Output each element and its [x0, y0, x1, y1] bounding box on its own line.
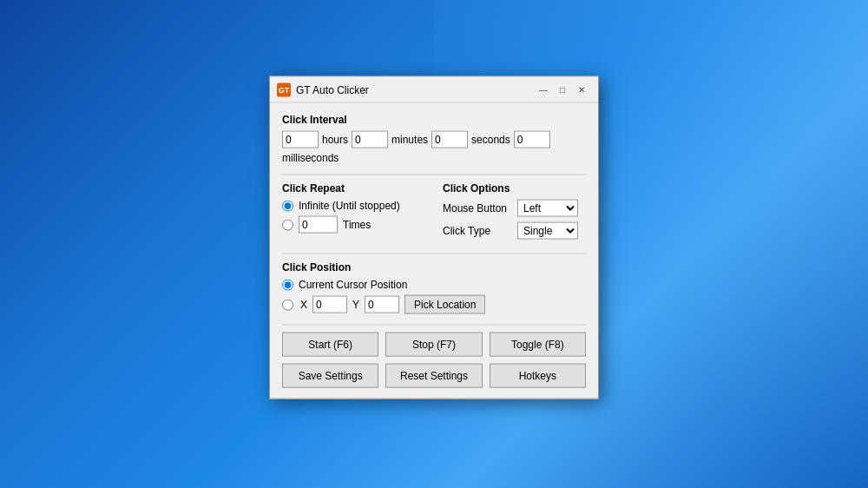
click-type-label: Click Type — [443, 225, 512, 237]
current-cursor-row: Current Cursor Position — [282, 279, 586, 291]
mouse-button-row: Mouse Button Left Middle Right — [443, 200, 586, 217]
window-title: GT Auto Clicker — [296, 83, 369, 96]
separator-1 — [282, 175, 586, 175]
pick-location-button[interactable]: Pick Location — [404, 295, 485, 314]
x-input[interactable] — [312, 296, 347, 313]
y-input[interactable] — [365, 296, 399, 313]
mouse-button-label: Mouse Button — [443, 202, 512, 214]
save-settings-button[interactable]: Save Settings — [282, 364, 378, 388]
infinite-radio[interactable] — [282, 200, 293, 211]
title-bar-left: GT GT Auto Clicker — [277, 82, 369, 96]
seconds-unit: seconds — [471, 134, 510, 146]
desktop: GT GT Auto Clicker — □ ✕ Click Interval … — [0, 0, 868, 488]
times-radio-row: Times — [282, 216, 425, 234]
interval-row: hours minutes seconds milliseconds — [282, 131, 586, 164]
click-position-section: Click Position Current Cursor Position X… — [282, 261, 586, 314]
stop-button[interactable]: Stop (F7) — [385, 333, 482, 357]
minimize-button[interactable]: — — [534, 82, 553, 97]
click-options-label: Click Options — [443, 182, 586, 195]
times-input[interactable] — [299, 216, 338, 234]
reset-settings-button[interactable]: Reset Settings — [385, 364, 482, 388]
milliseconds-input[interactable] — [514, 131, 550, 148]
y-label: Y — [352, 299, 359, 311]
title-bar: GT GT Auto Clicker — □ ✕ — [270, 77, 598, 103]
click-type-row: Click Type Single Double — [443, 222, 586, 240]
toggle-button[interactable]: Toggle (F8) — [490, 333, 586, 357]
settings-buttons: Save Settings Reset Settings Hotkeys — [282, 364, 586, 388]
separator-3 — [282, 325, 586, 326]
title-bar-controls: — □ ✕ — [534, 82, 591, 97]
close-button[interactable]: ✕ — [572, 82, 591, 97]
start-button[interactable]: Start (F6) — [282, 333, 378, 357]
click-repeat-label: Click Repeat — [282, 182, 425, 195]
current-cursor-radio[interactable] — [282, 279, 293, 290]
click-repeat-section: Click Repeat Infinite (Until stopped) Ti… — [282, 182, 425, 245]
hotkeys-button[interactable]: Hotkeys — [490, 364, 586, 388]
coords-radio[interactable] — [282, 299, 293, 310]
click-type-select[interactable]: Single Double — [517, 222, 578, 240]
times-radio[interactable] — [282, 219, 293, 230]
app-icon-text: GT — [279, 85, 290, 94]
infinite-radio-row: Infinite (Until stopped) — [282, 200, 425, 212]
action-buttons: Start (F6) Stop (F7) Toggle (F8) — [282, 333, 586, 357]
minutes-unit: minutes — [391, 134, 428, 146]
mouse-button-select[interactable]: Left Middle Right — [517, 200, 578, 217]
seconds-input[interactable] — [431, 131, 468, 148]
hours-input[interactable] — [282, 131, 319, 148]
hours-unit: hours — [322, 134, 348, 146]
separator-2 — [282, 254, 586, 254]
app-window: GT GT Auto Clicker — □ ✕ Click Interval … — [269, 76, 599, 399]
minutes-input[interactable] — [352, 131, 388, 148]
click-position-label: Click Position — [282, 261, 586, 274]
x-label: X — [300, 299, 307, 311]
current-cursor-label: Current Cursor Position — [299, 279, 407, 291]
coordinates-row: X Y Pick Location — [282, 295, 586, 314]
click-interval-section: Click Interval hours minutes seconds mil… — [282, 114, 586, 164]
milliseconds-unit: milliseconds — [282, 152, 339, 164]
two-col-section: Click Repeat Infinite (Until stopped) Ti… — [282, 182, 586, 245]
click-interval-label: Click Interval — [282, 114, 586, 126]
window-content: Click Interval hours minutes seconds mil… — [270, 103, 598, 399]
times-label: Times — [343, 219, 371, 231]
infinite-radio-label: Infinite (Until stopped) — [299, 200, 400, 212]
maximize-button[interactable]: □ — [553, 82, 572, 97]
app-icon: GT — [277, 82, 291, 96]
click-options-section: Click Options Mouse Button Left Middle R… — [443, 182, 586, 245]
